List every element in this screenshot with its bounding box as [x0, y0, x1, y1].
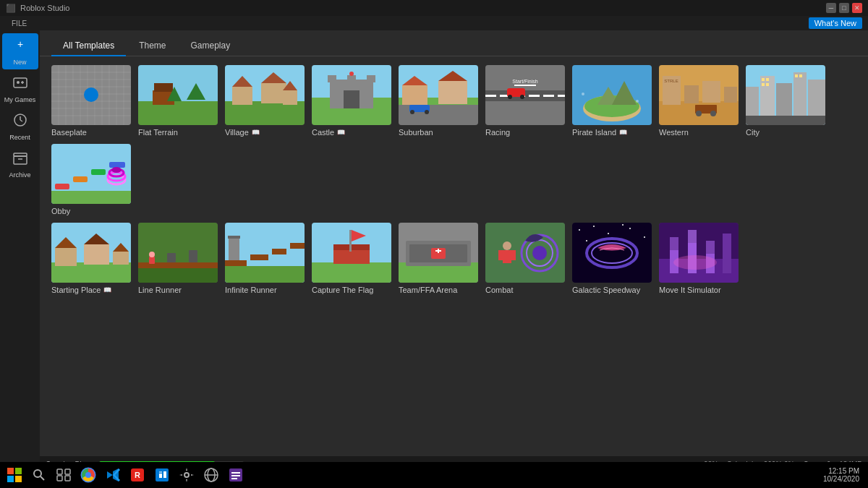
- template-grid: Baseplate: [40, 56, 868, 456]
- svg-rect-205: [231, 472, 240, 474]
- template-name-baseplate: Baseplate: [51, 128, 131, 137]
- roblox-taskbar-icon[interactable]: R: [126, 463, 149, 487]
- svg-point-166: [644, 236, 645, 238]
- archive-label: Archive: [9, 171, 30, 179]
- chrome-taskbar-icon[interactable]: [77, 463, 100, 487]
- template-name-line-runner: Line Runner: [138, 286, 218, 294]
- svg-rect-9: [14, 156, 27, 164]
- minimize-button[interactable]: ─: [826, 3, 836, 13]
- titlebar: ⬛ Roblox Studio ─ □ ✕: [0, 0, 868, 16]
- svg-point-131: [149, 252, 155, 257]
- svg-rect-56: [402, 85, 427, 105]
- template-name-move-it: Move It Simulator: [659, 286, 739, 294]
- svg-rect-135: [250, 254, 268, 260]
- template-racing[interactable]: Start/Finish Racing: [485, 65, 565, 137]
- template-western[interactable]: STRLE Western: [659, 65, 739, 137]
- svg-rect-88: [684, 85, 699, 103]
- template-obby[interactable]: Obby: [51, 144, 131, 215]
- template-flat-terrain[interactable]: Flat Terrain: [138, 65, 218, 137]
- template-village[interactable]: Village 📖: [225, 65, 305, 137]
- svg-rect-121: [84, 244, 109, 265]
- svg-rect-134: [225, 260, 247, 266]
- template-ctf[interactable]: Capture The Flag: [312, 223, 391, 294]
- sidebar-item-recent[interactable]: Recent: [2, 108, 38, 145]
- app-container: + New My Games: [0, 30, 868, 472]
- svg-rect-111: [91, 169, 106, 175]
- maximize-button[interactable]: □: [839, 3, 849, 13]
- task-view-icon[interactable]: [52, 463, 75, 487]
- template-name-ctf: Capture The Flag: [312, 286, 391, 294]
- pirate-book-icon: 📖: [619, 129, 627, 136]
- store-taskbar-icon[interactable]: [150, 463, 174, 487]
- svg-rect-187: [57, 469, 62, 474]
- svg-text:STRLE: STRLE: [664, 79, 678, 83]
- svg-rect-70: [558, 95, 565, 97]
- svg-rect-158: [503, 250, 511, 263]
- start-button[interactable]: [3, 463, 26, 487]
- svg-rect-39: [232, 87, 252, 105]
- svg-rect-128: [167, 253, 176, 262]
- tab-theme[interactable]: Theme: [127, 36, 177, 56]
- svg-point-52: [349, 72, 354, 76]
- svg-rect-123: [113, 252, 129, 265]
- tab-gameplay[interactable]: Gameplay: [179, 36, 242, 56]
- tab-all-templates[interactable]: All Templates: [51, 36, 126, 56]
- template-combat[interactable]: Combat: [485, 223, 565, 294]
- svg-rect-68: [529, 95, 540, 97]
- template-name-obby: Obby: [51, 207, 131, 215]
- svg-rect-50: [347, 75, 356, 82]
- template-line-runner[interactable]: Line Runner: [138, 223, 218, 294]
- svg-rect-130: [149, 257, 155, 264]
- svg-rect-199: [159, 471, 162, 473]
- svg-rect-65: [485, 95, 496, 97]
- svg-rect-183: [7, 476, 14, 482]
- clock-time: 12:15 PM: [823, 467, 859, 475]
- template-name-village: Village 📖: [225, 128, 305, 137]
- template-castle[interactable]: Castle 📖: [312, 65, 391, 137]
- svg-rect-112: [109, 162, 125, 168]
- svg-rect-190: [65, 476, 70, 481]
- globe-taskbar-icon[interactable]: [200, 463, 223, 487]
- svg-rect-138: [229, 237, 239, 260]
- svg-rect-58: [438, 81, 467, 104]
- svg-rect-197: [159, 474, 162, 478]
- template-infinite-runner[interactable]: Infinite Runner: [225, 223, 305, 294]
- search-taskbar-icon[interactable]: [27, 463, 51, 487]
- file-menu[interactable]: FILE: [6, 20, 33, 27]
- svg-line-186: [41, 476, 44, 480]
- settings-taskbar-icon[interactable]: [175, 463, 198, 487]
- svg-point-167: [586, 240, 587, 241]
- template-team-ffa[interactable]: Team/FFA Arena: [399, 223, 478, 294]
- template-thumb-team-ffa: [399, 223, 478, 283]
- whats-new-button[interactable]: What's New: [809, 17, 862, 29]
- svg-point-3: [17, 81, 20, 84]
- svg-point-193: [85, 472, 91, 478]
- svg-rect-206: [231, 475, 240, 476]
- app-taskbar-icon[interactable]: [224, 463, 247, 487]
- sidebar-item-my-games[interactable]: My Games: [2, 71, 38, 107]
- template-move-it[interactable]: Move It Simulator: [659, 223, 739, 294]
- svg-rect-160: [511, 250, 516, 260]
- template-pirate-island[interactable]: Pirate Island 📖: [572, 65, 652, 137]
- template-name-pirate-island: Pirate Island 📖: [572, 128, 652, 137]
- template-row-2: Starting Place 📖: [51, 223, 856, 294]
- svg-rect-133: [225, 266, 305, 283]
- svg-rect-32: [138, 101, 218, 125]
- template-suburban[interactable]: Suburban: [399, 65, 478, 137]
- vscode-taskbar-icon[interactable]: [101, 463, 124, 487]
- sidebar-item-new[interactable]: + New: [2, 33, 38, 69]
- template-starting-place[interactable]: Starting Place 📖: [51, 223, 131, 294]
- svg-text:+: +: [17, 38, 22, 50]
- template-row-1: Baseplate: [51, 65, 856, 215]
- sidebar-item-archive[interactable]: Archive: [2, 146, 38, 182]
- template-galactic[interactable]: Galactic Speedway: [572, 223, 652, 294]
- svg-rect-181: [7, 468, 14, 474]
- svg-rect-34: [154, 83, 173, 92]
- close-button[interactable]: ✕: [852, 3, 862, 13]
- archive-icon: [12, 150, 28, 169]
- template-baseplate[interactable]: Baseplate: [51, 65, 131, 137]
- template-city[interactable]: City: [746, 65, 825, 137]
- svg-rect-136: [272, 249, 286, 254]
- svg-point-180: [673, 255, 717, 270]
- svg-rect-152: [438, 249, 439, 253]
